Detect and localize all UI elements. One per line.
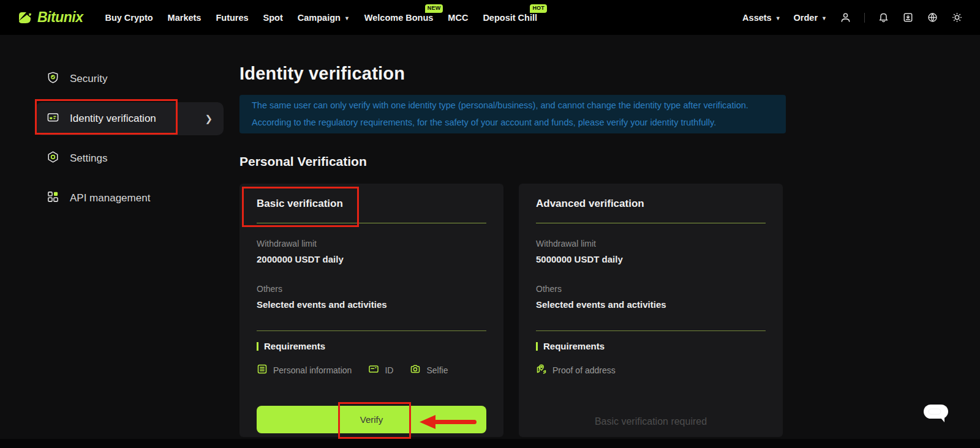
camera-icon — [410, 364, 421, 376]
chevron-down-icon: ▼ — [821, 15, 827, 21]
requirement-proof-of-address: Proof of address — [536, 364, 616, 376]
document-lines-icon — [257, 364, 268, 376]
requirement-label: Proof of address — [552, 365, 616, 375]
card-title-underline — [257, 223, 486, 223]
navbar-right: Assets▼ Order▼ — [742, 12, 963, 23]
nav-label: Markets — [168, 13, 202, 23]
nav-item-order[interactable]: Order▼ — [794, 13, 827, 23]
theme-sun-icon[interactable] — [951, 12, 963, 23]
nav-item-campaign[interactable]: Campaign▼ — [298, 13, 350, 23]
basic-verification-card: Basic verification Withdrawal limit 2000… — [239, 184, 503, 437]
requirements-row: Proof of address — [536, 364, 766, 376]
chat-support-button[interactable] — [922, 403, 949, 425]
nav-label: Buy Crypto — [105, 13, 153, 23]
card-divider — [536, 330, 766, 331]
verify-button[interactable]: Verify — [257, 406, 486, 433]
nav-label: Futures — [216, 13, 248, 23]
verification-cards: Basic verification Withdrawal limit 2000… — [239, 184, 786, 437]
withdrawal-limit-value: 2000000 USDT daily — [257, 254, 486, 264]
nav-item-deposit-chill[interactable]: Deposit ChillHOT — [483, 13, 537, 23]
requirements-title: Requirements — [543, 341, 605, 351]
grid-apps-icon — [47, 190, 59, 206]
bitunix-logo[interactable]: Bitunix — [17, 9, 83, 26]
nav-label: Assets — [742, 13, 772, 23]
id-card-small-icon — [368, 364, 379, 376]
chevron-down-icon: ▼ — [775, 15, 781, 21]
sidebar-item-label: Security — [70, 73, 107, 85]
requirements-accent-bar — [536, 342, 538, 351]
globe-icon[interactable] — [927, 12, 938, 23]
sidebar-item-api-management[interactable]: API management — [36, 182, 224, 215]
nav-label: Order — [794, 13, 818, 23]
nav-item-assets[interactable]: Assets▼ — [742, 13, 780, 23]
others-value: Selected events and activities — [536, 299, 766, 310]
nav-item-futures[interactable]: Futures — [216, 13, 248, 23]
hot-badge: HOT — [530, 4, 547, 13]
notice-line-2: According to the regulatory requirements… — [252, 116, 774, 129]
header-divider — [864, 13, 865, 23]
top-navbar: Bitunix Buy Crypto Markets Futures Spot … — [0, 0, 980, 35]
nav-item-welcome-bonus[interactable]: Welcome BonusNEW — [364, 13, 434, 23]
sidebar-item-label: Identity verification — [70, 113, 156, 125]
sidebar-item-label: API management — [70, 192, 150, 204]
requirements-accent-bar — [257, 342, 258, 351]
page-title: Identity verification — [239, 64, 786, 84]
settings-hexagon-icon — [47, 151, 59, 166]
sidebar-item-identity-verification[interactable]: Identity verification ❯ — [36, 102, 224, 135]
requirements-header: Requirements — [536, 341, 766, 351]
advanced-verification-card: Advanced verification Withdrawal limit 5… — [519, 184, 783, 437]
nav-item-mcc[interactable]: MCC — [448, 13, 468, 23]
nav-label: Spot — [263, 13, 283, 23]
withdrawal-limit-value: 5000000 USDT daily — [536, 254, 766, 264]
nav-label: Campaign — [298, 13, 341, 23]
others-value: Selected events and activities — [257, 299, 486, 310]
notice-line-1: The same user can only verify with one i… — [252, 99, 774, 112]
card-title: Advanced verification — [536, 198, 766, 210]
others-label: Others — [257, 284, 486, 294]
sidebar-item-label: Settings — [70, 152, 107, 165]
requirement-id: ID — [368, 364, 393, 376]
nav-item-markets[interactable]: Markets — [168, 13, 202, 23]
bitunix-logo-text: Bitunix — [37, 9, 83, 26]
map-pin-icon — [536, 364, 547, 376]
card-title-underline — [536, 223, 766, 223]
withdrawal-limit-label: Withdrawal limit — [257, 239, 486, 248]
others-label: Others — [536, 284, 766, 294]
section-title: Personal Verification — [239, 154, 786, 169]
requirements-title: Requirements — [264, 341, 325, 351]
requirement-label: ID — [385, 365, 393, 375]
requirements-row: Personal information ID — [257, 364, 486, 376]
card-divider — [257, 330, 486, 331]
sidebar-item-security[interactable]: Security — [36, 62, 224, 95]
bell-icon[interactable] — [878, 12, 889, 23]
chevron-right-icon: ❯ — [205, 113, 213, 124]
chevron-down-icon: ▼ — [344, 15, 350, 21]
settings-sidebar: Security Identity verification ❯ Setting… — [0, 35, 239, 222]
sidebar-item-settings[interactable]: Settings — [36, 142, 224, 175]
card-title: Basic verification — [257, 198, 486, 210]
requirements-header: Requirements — [257, 341, 486, 351]
requirement-personal-information: Personal information — [257, 364, 352, 376]
nav-label: Deposit Chill — [483, 13, 537, 23]
user-icon[interactable] — [840, 12, 851, 23]
nav-item-buy-crypto[interactable]: Buy Crypto — [105, 13, 153, 23]
main-nav: Buy Crypto Markets Futures Spot Campaign… — [105, 13, 537, 23]
basic-verification-required-note: Basic verification required — [519, 416, 783, 427]
withdrawal-limit-label: Withdrawal limit — [536, 239, 766, 248]
nav-item-spot[interactable]: Spot — [263, 13, 283, 23]
footer-strip — [0, 439, 980, 448]
notice-banner: The same user can only verify with one i… — [239, 95, 786, 133]
nav-label: Welcome Bonus — [364, 13, 434, 23]
download-doc-icon[interactable] — [902, 12, 914, 23]
new-badge: NEW — [425, 4, 443, 13]
main-content: Identity verification The same user can … — [239, 35, 786, 437]
bitunix-logo-icon — [17, 10, 33, 26]
requirement-selfie: Selfie — [410, 364, 448, 376]
shield-check-icon — [47, 71, 59, 87]
id-card-icon — [47, 111, 59, 127]
requirement-label: Personal information — [273, 365, 352, 375]
nav-label: MCC — [448, 13, 468, 23]
requirement-label: Selfie — [426, 365, 448, 375]
